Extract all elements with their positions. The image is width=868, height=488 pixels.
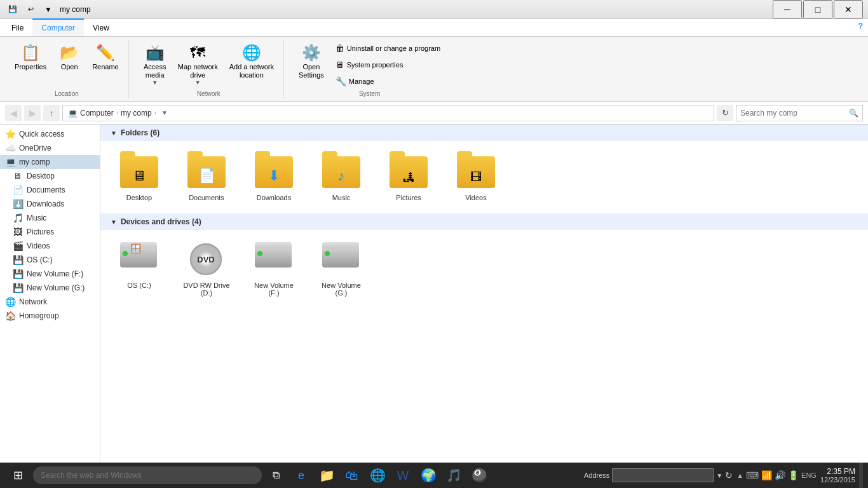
drive-dvd-d-icon: DVD — [184, 242, 229, 279]
battery-icon[interactable]: 🔋 — [788, 470, 799, 480]
taskbar-address-chevron[interactable]: ▼ — [716, 472, 722, 479]
system-props-icon: 🖥 — [336, 60, 344, 70]
drive-dvd-d[interactable]: DVD DVD RW Drive (D:) — [178, 238, 235, 301]
store-icon[interactable]: 🛍 — [341, 464, 363, 487]
clock-time: 2:35 PM — [820, 467, 855, 476]
taskbar-clock[interactable]: 2:35 PM 12/23/2015 — [820, 467, 855, 484]
taskbar-address-refresh[interactable]: ↻ — [725, 470, 733, 480]
ribbon-group-network: 📺 Accessmedia ▼ 🗺 Map networkdrive ▼ 🌐 A… — [134, 39, 284, 98]
folders-chevron: ▼ — [111, 130, 117, 137]
tab-view[interactable]: View — [84, 19, 118, 36]
sidebar-item-vol-f[interactable]: 💾 New Volume (F:) — [0, 267, 100, 281]
forward-button[interactable]: ▶ — [24, 105, 41, 121]
properties-button[interactable]: 📋 Properties — [10, 41, 51, 74]
windows-logo-icon: 🪟 — [130, 243, 141, 254]
search-icon[interactable]: 🔍 — [849, 109, 858, 118]
rename-button[interactable]: ✏️ Rename — [88, 41, 123, 74]
title-bar: 💾 ↩ ▼ my comp ─ □ ✕ — [0, 0, 868, 19]
help-button[interactable]: ? — [856, 19, 865, 36]
pinball-icon[interactable]: 🎱 — [468, 464, 491, 487]
up-button[interactable]: ↑ — [43, 105, 60, 121]
drive-vol-f[interactable]: New Volume (F:) — [245, 238, 302, 301]
access-media-button[interactable]: 📺 Accessmedia ▼ — [139, 41, 171, 89]
downloads-icon: ⬇️ — [13, 199, 23, 209]
ime-icon[interactable]: ENG — [801, 471, 817, 479]
folder-music-label: Music — [332, 194, 351, 201]
sidebar-item-quick-access[interactable]: ⭐ Quick access — [0, 127, 100, 141]
sidebar-item-os-c[interactable]: 💾 OS (C:) — [0, 253, 100, 267]
content-area: ▼ Folders (6) 🖥 Desktop 📄 D — [100, 125, 868, 488]
close-button[interactable]: ✕ — [834, 0, 863, 19]
open-button[interactable]: 📂 Open — [53, 41, 85, 74]
sidebar-item-videos[interactable]: 🎬 Videos — [0, 239, 100, 253]
folder-desktop-label: Desktop — [126, 194, 152, 201]
chevron-up-icon[interactable]: ▲ — [736, 471, 743, 479]
network-label: Network — [19, 297, 47, 306]
devices-section-header[interactable]: ▼ Devices and drives (4) — [100, 214, 868, 230]
keyboard-icon: ⌨ — [746, 470, 759, 480]
explorer-icon[interactable]: 📁 — [315, 464, 338, 487]
mycomp-icon: 💻 — [5, 157, 15, 167]
sidebar-item-downloads[interactable]: ⬇️ Downloads — [0, 197, 100, 211]
minimize-button[interactable]: ─ — [773, 0, 802, 19]
manage-button[interactable]: 🔧 Manage — [331, 74, 445, 89]
sidebar-item-network[interactable]: 🌐 Network — [0, 295, 100, 309]
map-network-button[interactable]: 🗺 Map networkdrive ▼ — [173, 41, 222, 89]
location-group-label: Location — [55, 90, 79, 97]
task-view-icon[interactable]: ⧉ — [264, 464, 287, 487]
back-button[interactable]: ◀ — [5, 105, 22, 121]
show-desktop-button[interactable] — [859, 463, 863, 488]
system-props-button[interactable]: 🖥 System properties — [331, 57, 445, 72]
sidebar-item-desktop[interactable]: 🖥 Desktop — [0, 169, 100, 183]
customize-qa-btn[interactable]: ▼ — [41, 3, 56, 17]
drive-vol-g[interactable]: New Volume (G:) — [313, 238, 370, 301]
taskbar-address-input[interactable] — [612, 468, 714, 482]
volume-icon[interactable]: 🔊 — [775, 470, 785, 480]
wifi-icon[interactable]: 📶 — [761, 470, 772, 480]
add-network-button[interactable]: 🌐 Add a networklocation — [225, 41, 278, 83]
drive-vol-f-icon — [251, 242, 297, 279]
refresh-button[interactable]: ↻ — [717, 105, 733, 121]
sidebar-item-onedrive[interactable]: ☁️ OneDrive — [0, 141, 100, 155]
search-input[interactable] — [740, 109, 849, 118]
drive-dvd-d-label: DVD RW Drive (D:) — [182, 281, 231, 297]
tab-computer[interactable]: Computer — [32, 18, 84, 36]
word-icon[interactable]: W — [391, 464, 414, 487]
folder-pictures[interactable]: 🏞 Pictures — [380, 149, 437, 206]
sidebar-item-pictures[interactable]: 🖼 Pictures — [0, 225, 100, 239]
sidebar-item-homegroup[interactable]: 🏠 Homegroup — [0, 309, 100, 323]
start-button[interactable]: ⊞ — [5, 463, 31, 488]
folder-documents[interactable]: 📄 Documents — [178, 149, 235, 206]
folder-desktop[interactable]: 🖥 Desktop — [111, 149, 168, 206]
sidebar-item-documents[interactable]: 📄 Documents — [0, 183, 100, 197]
sidebar-item-music[interactable]: 🎵 Music — [0, 211, 100, 225]
taskbar-search[interactable] — [33, 466, 262, 484]
drive-vol-f-label: New Volume (F:) — [250, 281, 298, 297]
folders-section-label: Folders (6) — [121, 128, 159, 137]
tab-file[interactable]: File — [3, 19, 32, 36]
folder-videos[interactable]: 🎞 Videos — [447, 149, 505, 206]
address-field[interactable]: 💻 Computer › my comp › ▼ — [62, 105, 714, 121]
sidebar-item-vol-g[interactable]: 💾 New Volume (G:) — [0, 281, 100, 295]
ie-alt-icon[interactable]: 🌍 — [417, 464, 440, 487]
os-c-label: OS (C:) — [27, 255, 53, 264]
chrome-icon[interactable]: 🌐 — [366, 464, 389, 487]
undo-quick-btn[interactable]: ↩ — [23, 3, 38, 17]
quick-access-bar: 💾 ↩ ▼ — [5, 3, 56, 17]
address-dropdown-btn[interactable]: ▼ — [161, 109, 168, 116]
map-network-dropdown: ▼ — [195, 79, 201, 86]
folder-downloads[interactable]: ⬇ Downloads — [245, 149, 302, 206]
media-icon[interactable]: 🎵 — [442, 464, 465, 487]
maximize-button[interactable]: □ — [803, 0, 832, 19]
network-buttons: 📺 Accessmedia ▼ 🗺 Map networkdrive ▼ 🌐 A… — [139, 41, 278, 89]
folders-section-header[interactable]: ▼ Folders (6) — [100, 125, 868, 141]
access-media-label: Accessmedia — [144, 63, 166, 79]
uninstall-button[interactable]: 🗑 Uninstall or change a program — [331, 41, 445, 56]
edge-icon[interactable]: e — [290, 464, 313, 487]
folder-music[interactable]: ♪ Music — [313, 149, 370, 206]
open-settings-button[interactable]: ⚙️ OpenSettings — [294, 41, 329, 83]
system-group-label: System — [359, 90, 380, 97]
save-quick-btn[interactable]: 💾 — [5, 3, 20, 17]
sidebar-item-mycomp[interactable]: 💻 my comp — [0, 155, 100, 169]
drive-os-c[interactable]: 🪟 OS (C:) — [111, 238, 168, 301]
